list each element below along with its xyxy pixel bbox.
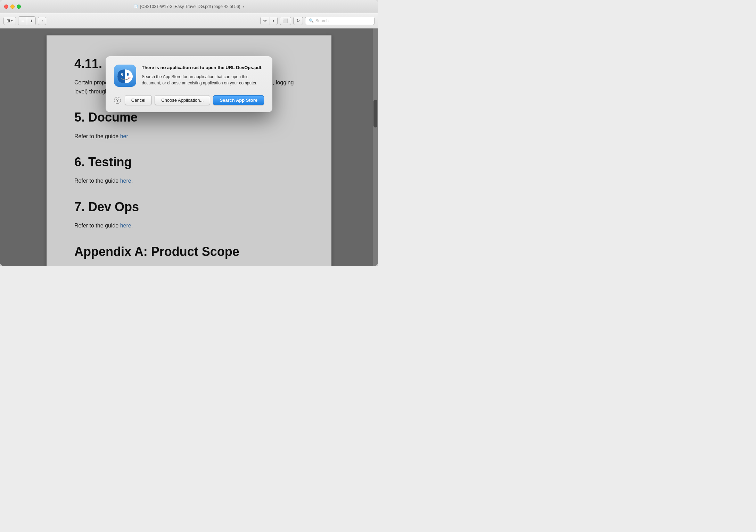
choose-application-button[interactable]: Choose Application...	[155, 95, 210, 105]
annotate-button[interactable]: ✏	[261, 17, 270, 25]
maximize-button[interactable]	[17, 5, 21, 9]
svg-point-8	[128, 74, 129, 75]
title-chevron-icon: ▾	[243, 5, 244, 8]
minimize-button[interactable]	[10, 5, 15, 9]
dialog-title: There is no application set to open the …	[142, 65, 264, 71]
view-group: ⊞ ▾	[3, 17, 16, 25]
document-icon: 📄	[134, 5, 138, 8]
dialog-content: There is no application set to open the …	[114, 65, 264, 87]
zoom-out-button[interactable]: −	[18, 17, 27, 25]
window-title: [CS2103T-W17-3][Easy Travel]DG.pdf (page…	[140, 4, 240, 9]
search-bar[interactable]: 🔍 Search	[305, 17, 375, 25]
svg-point-5	[122, 74, 123, 75]
dialog-body: Search the App Store for an application …	[142, 74, 264, 86]
annotate-group: ✏ ▾	[260, 17, 278, 25]
rotate-icon: ↻	[296, 18, 300, 23]
help-button[interactable]: ?	[114, 97, 121, 104]
share-button[interactable]: ↑	[38, 17, 46, 25]
annotate-dropdown-button[interactable]: ▾	[270, 17, 277, 25]
zoom-out-icon: −	[21, 18, 24, 24]
dialog-text-area: There is no application set to open the …	[142, 65, 264, 87]
zoom-in-icon: +	[30, 18, 33, 24]
chevron-down-icon: ▾	[273, 19, 274, 23]
finder-svg	[114, 65, 136, 87]
main-window: 📄 [CS2103T-W17-3][Easy Travel]DG.pdf (pa…	[0, 0, 378, 266]
dialog-footer: ? Cancel Choose Application... Search Ap…	[114, 94, 264, 105]
close-button[interactable]	[4, 5, 8, 9]
traffic-lights	[4, 5, 21, 9]
toolbar: ⊞ ▾ − + ↑ ✏ ▾ ⬜ ↻	[0, 13, 378, 28]
search-icon: 🔍	[309, 18, 314, 23]
rotate-button[interactable]: ↻	[293, 17, 303, 25]
titlebar: 📄 [CS2103T-W17-3][Easy Travel]DG.pdf (pa…	[0, 0, 378, 13]
view-chevron-icon: ▾	[11, 19, 13, 23]
search-placeholder: Search	[315, 18, 329, 23]
view-button[interactable]: ⊞ ▾	[4, 17, 16, 25]
help-label: ?	[116, 98, 118, 103]
view-icon: ⊞	[7, 18, 10, 23]
svg-point-10	[128, 77, 131, 79]
zoom-group: − +	[18, 16, 36, 25]
action-button[interactable]: ⬜	[280, 17, 291, 25]
cancel-button[interactable]: Cancel	[125, 95, 152, 105]
dialog-overlay: There is no application set to open the …	[0, 28, 378, 266]
zoom-in-button[interactable]: +	[27, 17, 35, 25]
finder-icon	[114, 65, 136, 87]
pencil-icon: ✏	[263, 18, 267, 23]
share-icon: ↑	[41, 18, 43, 23]
window-title-area: 📄 [CS2103T-W17-3][Easy Travel]DG.pdf (pa…	[134, 4, 244, 9]
search-app-store-button[interactable]: Search App Store	[213, 95, 264, 105]
content-area: 4.11. Configuration Certain properties o…	[0, 28, 378, 266]
alert-dialog: There is no application set to open the …	[106, 56, 272, 112]
action-icon: ⬜	[283, 18, 288, 23]
